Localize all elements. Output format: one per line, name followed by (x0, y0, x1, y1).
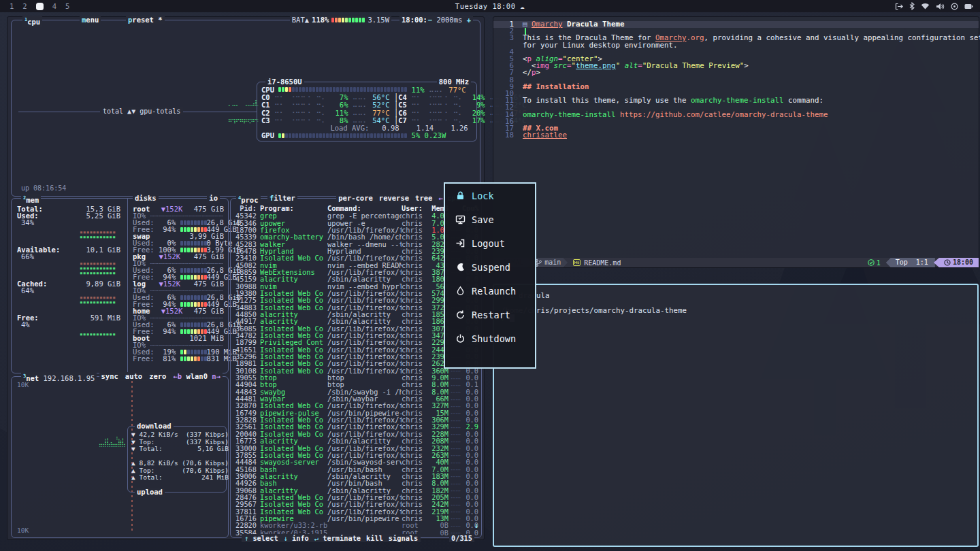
proc-rows: 45342grepgrep -E percentagechris4.0M⠤⠤⠤0… (234, 212, 478, 536)
clock[interactable]: Tuesday 18:00 ☁ (0, 2, 980, 10)
lock-icon (455, 190, 466, 201)
proc-footer-key[interactable]: ↓ info (284, 534, 309, 542)
power-menu-item-save[interactable]: Save (445, 207, 535, 231)
usage-meter (180, 241, 207, 246)
io-mode-toggle[interactable]: io (207, 194, 220, 203)
editor-line[interactable]: 7</p> (493, 69, 979, 76)
proc-scroll-arrow[interactable]: ↓ (474, 521, 478, 529)
net-upload-graph: ⠒⠒⠒⠒⠒⠒⠒ (99, 445, 125, 450)
editor-line[interactable]: 11To install this theme, simply use the … (493, 97, 979, 104)
usage-meter (180, 227, 207, 232)
power-menu-item-shutdown[interactable]: Shutdown (445, 327, 535, 350)
git-branch-icon (536, 259, 542, 267)
upload-row: ▲ 8,82 KiB/s (70,6 Kibps) (131, 460, 229, 467)
usage-meter (180, 268, 207, 273)
uptime-label: up 08:16:54 (21, 184, 66, 192)
editor-line[interactable]: 14omarchy-theme-install https://github.c… (493, 112, 979, 118)
mem-stat-pct: 34% (21, 219, 34, 226)
proc-footer-key[interactable]: ↵ terminate (314, 534, 361, 542)
file-name: README.md (573, 259, 621, 267)
editor-line[interactable]: 16 (493, 118, 979, 125)
power-menu-item-logout[interactable]: Logout (445, 231, 535, 255)
usage-meter (180, 220, 207, 225)
mem-stat-pct: 4% (21, 321, 30, 328)
proc-footer-key[interactable]: signals (389, 534, 418, 542)
update-interval[interactable]: − 2000ms + (426, 16, 473, 24)
editor-line[interactable]: for your Linux desktop environment. (493, 42, 979, 49)
net-box-title[interactable]: 3net 192.168.1.95 (21, 372, 97, 383)
neovim-window[interactable]: 1▤ Omarchy Dracula Theme23This is the Dr… (493, 16, 979, 268)
net-box: 3net 192.168.1.95syncautozero←b wlan0 n→… (11, 376, 229, 538)
mem-stat-pct: 66% (21, 253, 34, 260)
editor-line[interactable]: 9## Installation (493, 84, 979, 90)
usage-meter (278, 133, 407, 138)
scroll-position: Top 1:1 (886, 258, 935, 267)
git-branch: main (532, 258, 568, 267)
mem-graph: ▪▪▪▪▪▪▪▪▪▪▪ (80, 235, 116, 239)
usage-meter (180, 350, 207, 354)
check-circle-icon (868, 259, 875, 266)
editor-line[interactable]: 18chrisatlee (493, 132, 979, 139)
mem-stat-pct: 64% (21, 287, 34, 294)
gpu-divider-label: total ▲▼ gpu-totals (100, 107, 183, 115)
proc-footer-key[interactable]: ↑ select (244, 534, 278, 542)
proc-count: 0/315 (449, 534, 474, 542)
editor-buffer[interactable]: 1▤ Omarchy Dracula Theme23This is the Dr… (493, 21, 979, 139)
weather-cloud-icon: ☁ (520, 2, 525, 10)
preset-button[interactable]: preset * (126, 16, 165, 24)
usage-meter (180, 356, 207, 361)
usage-meter (180, 295, 207, 300)
filter-button[interactable]: filter (267, 194, 297, 203)
disks-divider (127, 199, 128, 373)
logout-icon (455, 238, 466, 248)
net-options[interactable]: syncautozero←b wlan0 n→ (99, 372, 223, 381)
cpu-detail-box: i7-8650U800 MHzCPU 11% ⠤⠤⠄ 77°CC0 ⠒⠂⠀⠐⠒⠒… (257, 82, 477, 141)
editor-statusline: NORMAL main README.md 1 Top 1:1 18:00 (493, 258, 979, 267)
net-io-box: downloadupload▼ 42,2 KiB/s (337 Kibps)▼ … (127, 426, 227, 492)
save-icon (455, 214, 466, 224)
upload-row: ▲ Total: 241 MiB (131, 474, 229, 482)
gpu-row: GPU 5% 0.23W (261, 132, 472, 139)
usage-meter (180, 302, 207, 307)
cpu-core-row: C1 ⠒⠂⠀⠐⠒⠒⠐⠀⠒⠄ 6% ⠤⠤⠄ 52°C │C5 ⠒⠂⠀⠐⠒⠒⠐⠀⠒⠄… (261, 101, 472, 109)
mem-box: 2memdisksioTotal:15,3 GiBUsed:5,25 GiB34… (11, 198, 229, 373)
cpu-total-row: CPU 11% ⠤⠤⠄ 77°C (261, 86, 472, 93)
power-menu-item-relaunch[interactable]: Relaunch (445, 279, 535, 303)
restart-icon (455, 310, 466, 320)
mem-graph: ▪▪▪▪▪▪▪▪▪▪▪ (80, 332, 116, 337)
menu-button[interactable]: menu (80, 16, 101, 24)
editor-line[interactable]: 1▤ Omarchy Dracula Theme (493, 21, 979, 28)
cpu-rows: CPU 11% ⠤⠤⠄ 77°CC0 ⠒⠂⠀⠐⠒⠒⠐⠀⠒⠄ 7% ⠤⠤⠄ 56°… (261, 86, 472, 139)
proc-box-title[interactable]: 4proc (236, 194, 261, 205)
battery-status: BAT▲ 118%3.15W (290, 16, 391, 24)
btop-window[interactable]: 1cpumenupreset *18:00:48BAT▲ 118%3.15W− … (7, 16, 485, 540)
markdown-icon (573, 259, 581, 266)
usage-meter (180, 248, 207, 252)
mem-stat: Free:591 MiB (17, 314, 120, 321)
proc-footer: ↑ select↓ info↵ terminatekillsignals (242, 534, 421, 542)
statusline-clock: 18:00 (934, 258, 979, 267)
download-label: download (135, 422, 174, 431)
net-scale-bottom: 10K (17, 527, 29, 534)
power-menu[interactable]: LockSaveLogoutSuspendRelaunchRestartShut… (444, 182, 536, 369)
mem-graph: ▪▪▪▪▪▪▪▪▪▪▪ (80, 271, 116, 276)
power-menu-item-lock[interactable]: Lock (445, 184, 535, 207)
net-scale-top: 10K (17, 381, 29, 388)
cpu-graph: ⡀⣀⡀⠀⢀⣀⣠⣇ (228, 101, 259, 105)
line-number: 3 (493, 35, 514, 41)
power-menu-item-suspend[interactable]: Suspend (445, 255, 535, 279)
cpu-core-row: C0 ⠒⠂⠀⠐⠒⠒⠐⠀⠒⠄ 7% ⠤⠤⠄ 56°C │C4 ⠒⠂⠀⠐⠒⠒⠐⠀⠒⠄… (261, 93, 472, 101)
line-number: 18 (493, 132, 514, 139)
mem-graph: ▪▪▪▪▪▪▪▪▪▪▪ (80, 300, 116, 305)
shutdown-icon (455, 333, 466, 344)
usage-meter (180, 275, 207, 280)
editor-line[interactable]: 6 <img src="theme.png" alt="Dracula Them… (493, 63, 979, 69)
clock-icon (944, 259, 951, 266)
cpu-core-row: C3 ⠒⠂⠀⠐⠒⠒⠐⠀⠒⠄ 8% ⠤⠤⠄ 54°C │C7 ⠒⠂⠀⠐⠒⠒⠐⠀⠒⠄… (261, 116, 472, 124)
power-menu-item-restart[interactable]: Restart (445, 303, 535, 327)
disks-title[interactable]: disks (133, 194, 159, 203)
terminal-window[interactable]: ❯ z dracula /home/chris/projects/omarchy… (493, 284, 979, 547)
mem-box-title[interactable]: 2mem (21, 194, 41, 205)
cpu-box-title[interactable]: 1cpu (22, 16, 42, 27)
proc-footer-key[interactable]: kill (366, 534, 383, 542)
